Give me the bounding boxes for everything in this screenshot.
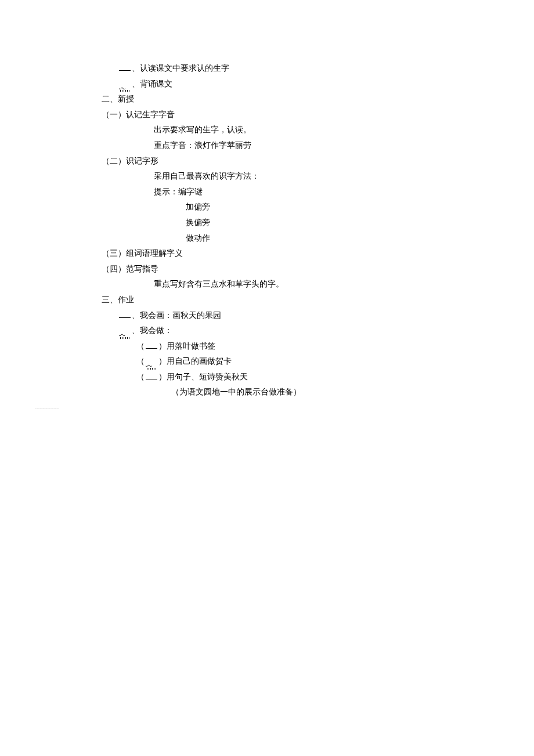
- text-line: 重点字音：浪灯作字苹丽劳: [102, 138, 534, 154]
- text-line: 、我会做：: [102, 323, 534, 339]
- text-line: （ ）用自己的画做贺卡: [102, 354, 534, 370]
- text-line: （四）范写指导: [102, 262, 534, 277]
- text-line: 出示要求写的生字，认读。: [102, 122, 534, 138]
- paren-open: （: [136, 357, 145, 366]
- text-line: （二）识记字形: [102, 154, 534, 169]
- text-line: 提示：编字谜: [102, 185, 534, 200]
- text-line: 加偏旁: [102, 200, 534, 215]
- wavy-mark: [119, 323, 131, 339]
- wavy-mark: [146, 354, 157, 370]
- text-line: （）用落叶做书签: [102, 339, 534, 355]
- underline-mark: [146, 379, 157, 379]
- line-text: ）用落叶做书签: [158, 342, 215, 350]
- text-line: 重点写好含有三点水和草字头的字。: [102, 277, 534, 292]
- text-line: （为语文园地一中的展示台做准备）: [102, 385, 534, 400]
- text-line: 三、作业: [102, 292, 534, 308]
- underline-mark: [119, 70, 131, 71]
- text-line: 、背诵课文: [102, 77, 534, 92]
- paren-open: （: [136, 342, 145, 350]
- footer-dots: ·································: [35, 406, 59, 412]
- text-line: （三）组词语理解字义: [102, 246, 534, 262]
- line-text: ）用自己的画做贺卡: [158, 357, 232, 366]
- line-text: 、认读课文中要求认的生字: [132, 64, 229, 73]
- text-line: 做动作: [102, 231, 534, 247]
- document-body: 、认读课文中要求认的生字 、背诵课文 二、新授 （一）认记生字字音 出示要求写的…: [0, 0, 534, 400]
- wavy-mark: [119, 77, 131, 92]
- text-line: 换偏旁: [102, 215, 534, 231]
- text-line: 二、新授: [102, 92, 534, 107]
- text-line: 、我会画：画秋天的果园: [102, 308, 534, 324]
- underline-mark: [146, 348, 157, 349]
- line-text: ）用句子、短诗赞美秋天: [158, 372, 248, 381]
- line-text: 、背诵课文: [132, 79, 172, 88]
- paren-open: （: [136, 372, 145, 381]
- text-line: （）用句子、短诗赞美秋天: [102, 370, 534, 385]
- line-text: 、我会做：: [132, 326, 172, 335]
- text-line: 、认读课文中要求认的生字: [102, 61, 534, 77]
- line-text: 、我会画：画秋天的果园: [132, 311, 221, 320]
- text-line: （一）认记生字字音: [102, 107, 534, 123]
- underline-mark: [119, 317, 131, 318]
- text-line: 采用自己最喜欢的识字方法：: [102, 169, 534, 185]
